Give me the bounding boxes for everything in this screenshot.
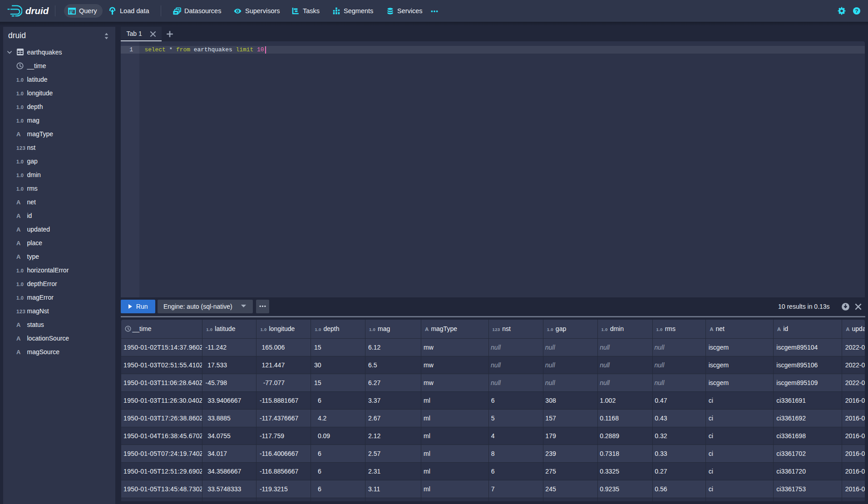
- svg-text:?: ?: [855, 8, 858, 14]
